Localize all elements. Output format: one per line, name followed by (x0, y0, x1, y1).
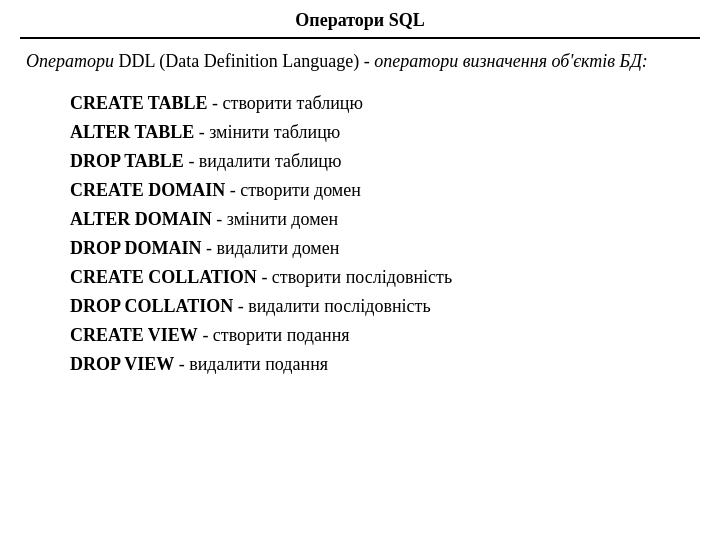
list-item: CREATE COLLATION - створити послідовніст… (70, 264, 700, 291)
list-item: DROP COLLATION - видалити послідовність (70, 293, 700, 320)
items-list: CREATE TABLE - створити таблицюALTER TAB… (20, 90, 700, 378)
item-keyword: CREATE DOMAIN (70, 180, 225, 200)
list-item: CREATE VIEW - створити подання (70, 322, 700, 349)
title-section: Оператори SQL (20, 10, 700, 39)
item-keyword: CREATE COLLATION (70, 267, 257, 287)
item-description: - змінити таблицю (194, 122, 340, 142)
item-keyword: DROP VIEW (70, 354, 174, 374)
item-description: - видалити таблицю (184, 151, 342, 171)
item-description: - створити подання (198, 325, 350, 345)
intro-bold-italic: DDL (Data Definition Language) (119, 51, 360, 71)
item-description: - створити таблицю (208, 93, 363, 113)
intro-italic-prefix: Оператори (26, 51, 114, 71)
list-item: DROP VIEW - видалити подання (70, 351, 700, 378)
item-description: - створити домен (225, 180, 361, 200)
item-keyword: ALTER TABLE (70, 122, 194, 142)
item-keyword: CREATE VIEW (70, 325, 198, 345)
list-item: DROP TABLE - видалити таблицю (70, 148, 700, 175)
item-keyword: CREATE TABLE (70, 93, 208, 113)
item-description: - видалити подання (174, 354, 328, 374)
item-keyword: DROP COLLATION (70, 296, 233, 316)
item-description: - змінити домен (212, 209, 338, 229)
list-item: DROP DOMAIN - видалити домен (70, 235, 700, 262)
list-item: ALTER TABLE - змінити таблицю (70, 119, 700, 146)
intro-section: Оператори DDL (Data Definition Language)… (20, 49, 700, 74)
page-title: Оператори SQL (295, 10, 424, 30)
list-item: ALTER DOMAIN - змінити домен (70, 206, 700, 233)
item-description: - створити послідовність (257, 267, 452, 287)
intro-suffix: - оператори визначення об'єктів БД: (364, 51, 648, 71)
item-keyword: DROP DOMAIN (70, 238, 202, 258)
page: Оператори SQL Оператори DDL (Data Defini… (0, 0, 720, 540)
item-description: - видалити домен (202, 238, 340, 258)
list-item: CREATE TABLE - створити таблицю (70, 90, 700, 117)
list-item: CREATE DOMAIN - створити домен (70, 177, 700, 204)
item-keyword: ALTER DOMAIN (70, 209, 212, 229)
item-keyword: DROP TABLE (70, 151, 184, 171)
item-description: - видалити послідовність (233, 296, 430, 316)
